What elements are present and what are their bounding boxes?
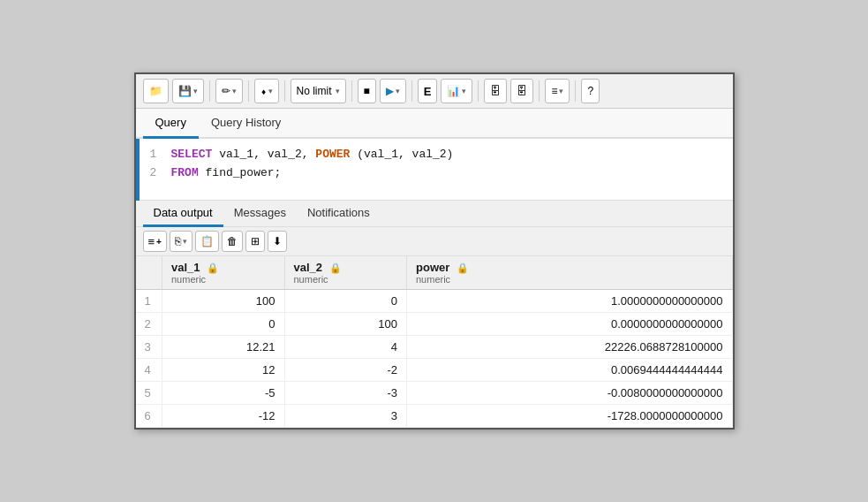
cell-val_1: 0 [162, 313, 285, 336]
col-val2-lock-icon: 🔒 [329, 262, 342, 273]
cell-val_2: 0 [284, 290, 407, 313]
col-power-label: power [416, 261, 449, 274]
table-row: 110001.0000000000000000 [136, 290, 733, 313]
sql-editor-wrapper: 1 SELECT val_1, val_2, POWER (val_1, val… [136, 139, 733, 201]
cell-rownum: 6 [136, 405, 162, 428]
save-dropdown-icon: ▾ [193, 87, 198, 95]
line-number-1: 1 [150, 146, 161, 164]
col-val1-label: val_1 [171, 261, 200, 274]
table-row: 201000.0000000000000000 [136, 313, 733, 336]
tab-data-output[interactable]: Data output [143, 201, 223, 227]
explain-dropdown-icon: ▾ [462, 87, 466, 95]
tab-messages[interactable]: Messages [223, 201, 297, 227]
separator-4 [351, 80, 352, 102]
transfer-button[interactable]: ⊞ [245, 231, 265, 252]
delete-icon: 🗑 [227, 235, 238, 247]
cell-val_1: -12 [162, 405, 285, 428]
filter-button[interactable]: ⬧ ▾ [254, 79, 279, 103]
help-button[interactable]: ? [581, 79, 600, 103]
paste-button[interactable]: 📋 [195, 231, 219, 252]
cell-val_1: 100 [162, 290, 285, 313]
edit-button[interactable]: ✏ ▾ [215, 79, 243, 103]
add-row-icon: ≡ [148, 235, 155, 248]
output-toolbar: ≡ + ⎘ ▾ 📋 🗑 ⊞ ⬇ [136, 227, 733, 256]
filter-icon: ⬧ [260, 85, 267, 97]
cell-val_2: 100 [284, 313, 407, 336]
folder-icon: 📁 [149, 85, 162, 97]
toolbar: 📁 💾 ▾ ✏ ▾ ⬧ ▾ No limit ▾ ■ ▶ ▾ [136, 74, 733, 109]
explain-text-button[interactable]: E [418, 79, 438, 103]
run-button[interactable]: ▶ ▾ [380, 79, 406, 103]
table-row: 6-123-1728.0000000000000 [136, 405, 733, 428]
no-limit-dropdown[interactable]: No limit ▾ [291, 79, 346, 103]
active-line-indicator [136, 139, 140, 201]
copy-icon: ⎘ [175, 235, 181, 247]
transfer-icon: ⊞ [251, 235, 260, 247]
separator-6 [478, 80, 479, 102]
no-limit-chevron-icon: ▾ [336, 87, 340, 95]
menu-button[interactable]: ≡ ▾ [545, 79, 570, 103]
cell-val_2: -3 [284, 382, 407, 405]
cell-power: 0.0069444444444444 [407, 359, 733, 382]
col-val2-label: val_2 [294, 261, 323, 274]
separator-7 [539, 80, 540, 102]
col-header-rownum [136, 256, 162, 290]
stop-button[interactable]: ■ [358, 79, 376, 103]
download-button[interactable]: ⬇ [268, 231, 287, 252]
separator-2 [248, 80, 249, 102]
copy-button[interactable]: ⎘ ▾ [170, 231, 192, 252]
save-button[interactable]: 💾 ▾ [172, 79, 204, 103]
table-header-row: val_1 🔒 numeric val_2 🔒 numeric power 🔒 … [136, 256, 733, 290]
data-table-wrapper: val_1 🔒 numeric val_2 🔒 numeric power 🔒 … [136, 256, 733, 428]
db1-icon: 🗄 [490, 85, 501, 97]
sql-power-args: (val_1, val_2) [357, 148, 453, 161]
run-icon: ▶ [386, 85, 394, 97]
cell-rownum: 4 [136, 359, 162, 382]
db-connection-1-button[interactable]: 🗄 [484, 79, 507, 103]
data-table: val_1 🔒 numeric val_2 🔒 numeric power 🔒 … [136, 256, 733, 428]
tab-query-history[interactable]: Query History [199, 109, 293, 139]
table-row: 412-20.0069444444444444 [136, 359, 733, 382]
open-folder-button[interactable]: 📁 [143, 79, 169, 103]
no-limit-label: No limit [297, 85, 332, 97]
save-icon: 💾 [178, 85, 192, 97]
filter-dropdown-icon: ▾ [268, 87, 273, 95]
output-tabs-bar: Data output Messages Notifications [136, 201, 733, 227]
sql-editor[interactable]: 1 SELECT val_1, val_2, POWER (val_1, val… [136, 139, 733, 201]
cell-val_1: 12 [162, 359, 285, 382]
col-header-power: power 🔒 numeric [407, 256, 733, 290]
cell-rownum: 3 [136, 336, 162, 359]
sql-from-table: find_power; [206, 166, 282, 179]
sql-line2-content: FROM find_power; [171, 164, 282, 183]
main-window: 📁 💾 ▾ ✏ ▾ ⬧ ▾ No limit ▾ ■ ▶ ▾ [134, 72, 735, 430]
db2-icon: 🗄 [517, 85, 527, 97]
add-icon: + [156, 237, 162, 247]
add-row-button[interactable]: ≡ + [143, 231, 167, 252]
separator-5 [411, 80, 412, 102]
tab-notifications[interactable]: Notifications [297, 201, 381, 227]
sql-line-1: 1 SELECT val_1, val_2, POWER (val_1, val… [150, 146, 722, 164]
cell-power: -0.0080000000000000 [407, 382, 733, 405]
separator-8 [575, 80, 576, 102]
cell-power: 0.0000000000000000 [407, 313, 733, 336]
pencil-icon: ✏ [222, 85, 230, 97]
table-row: 5-5-3-0.0080000000000000 [136, 382, 733, 405]
cell-val_2: 3 [284, 405, 407, 428]
db-connection-2-button[interactable]: 🗄 [510, 79, 533, 103]
edit-dropdown-icon: ▾ [232, 87, 237, 95]
sql-select-cols: val_1, val_2, [219, 148, 315, 161]
keyword-select: SELECT [171, 148, 213, 161]
tab-query[interactable]: Query [143, 109, 199, 139]
menu-list-icon: ≡ [551, 85, 557, 97]
col-val2-type: numeric [294, 274, 398, 285]
delete-button[interactable]: 🗑 [222, 231, 243, 252]
cell-val_1: -5 [162, 382, 285, 405]
paste-icon: 📋 [200, 235, 214, 247]
separator-1 [209, 80, 210, 102]
keyword-power: POWER [315, 148, 350, 161]
cell-power: -1728.0000000000000 [407, 405, 733, 428]
menu-dropdown-icon: ▾ [559, 87, 563, 95]
run-dropdown-icon: ▾ [396, 87, 400, 95]
table-row: 312.21422226.0688728100000 [136, 336, 733, 359]
explain-chart-button[interactable]: 📊 ▾ [441, 79, 472, 103]
